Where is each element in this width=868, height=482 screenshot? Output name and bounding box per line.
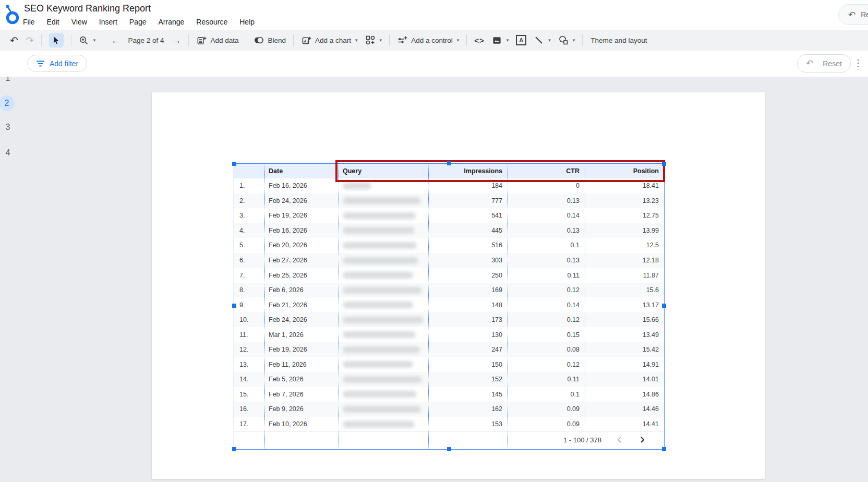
add-control-icon (397, 35, 407, 45)
menu-arrange[interactable]: Arrange (159, 17, 185, 27)
ctr-cell: 0.14 (508, 208, 585, 223)
resize-handle-top-center[interactable] (447, 161, 451, 165)
menu-page[interactable]: Page (129, 17, 147, 27)
position-cell: 12.18 (585, 253, 664, 268)
theme-and-layout-button[interactable]: Theme and layout (590, 37, 647, 44)
previous-page-button[interactable]: ← (107, 34, 124, 47)
query-cell (339, 417, 428, 432)
menu-view[interactable]: View (71, 17, 87, 27)
page-indicator[interactable]: Page 2 of 4 (124, 35, 167, 46)
toolbar-divider (188, 34, 189, 46)
row-index-cell: 8. (234, 283, 264, 298)
table-row: 6. Feb 27, 2026 303 0.13 12.18 (234, 253, 664, 268)
add-control-button[interactable]: Add a control ▾ (393, 33, 463, 47)
community-visualizations-button[interactable]: ▾ (361, 33, 386, 47)
ctr-cell: 0.13 (508, 253, 585, 268)
query-cell (339, 342, 428, 357)
menu-file[interactable]: File (23, 17, 35, 27)
select-tool-button[interactable] (45, 31, 67, 49)
resize-handle-mid-left[interactable] (232, 304, 236, 308)
insert-text-button[interactable]: A (512, 33, 530, 47)
position-cell: 15.42 (585, 342, 664, 357)
table-row: 13. Feb 11, 2026 150 0.12 14.91 (234, 357, 664, 372)
blend-button[interactable]: Blend (250, 33, 290, 47)
next-page-button[interactable]: → (167, 34, 185, 47)
page-rail-item-4[interactable]: 4 (0, 148, 16, 158)
redacted-query-value (343, 346, 420, 353)
menu-edit[interactable]: Edit (47, 17, 59, 27)
impressions-header: Impressions (428, 164, 508, 178)
date-cell: Feb 11, 2026 (264, 357, 339, 372)
filter-icon (36, 60, 45, 67)
date-cell: Feb 19, 2026 (264, 342, 339, 357)
reset-button[interactable]: ↶ Reset (797, 54, 851, 73)
impressions-cell: 516 (428, 238, 508, 253)
shape-icon (558, 35, 569, 45)
add-data-label: Add data (210, 37, 238, 44)
impressions-cell: 541 (428, 208, 508, 223)
add-data-button[interactable]: Add data (192, 33, 242, 47)
prev-rows-icon[interactable] (615, 436, 623, 444)
pagination-range: 1 - 100 / 378 (563, 436, 601, 444)
toolbar-divider (389, 34, 390, 46)
insert-line-button[interactable]: ▾ (530, 33, 554, 47)
header-reset-button[interactable]: ↶ Reset (838, 4, 868, 25)
insert-image-button[interactable]: ▾ (488, 33, 513, 47)
page-rail-item-2-active[interactable]: 2 (0, 95, 15, 111)
chevron-down-icon: ▾ (93, 38, 96, 43)
impressions-cell: 250 (428, 268, 508, 283)
position-cell: 12.75 (585, 208, 664, 223)
page-rail-item-3[interactable]: 3 (0, 123, 16, 132)
arrow-left-icon: ← (111, 35, 120, 45)
more-options-kebab-icon[interactable]: ⋮ (853, 57, 863, 69)
embed-button[interactable]: <> (471, 34, 488, 46)
resize-handle-top-left[interactable] (232, 162, 236, 166)
impressions-cell: 303 (428, 253, 508, 268)
table-row: 16. Feb 9, 2026 162 0.09 14.46 (234, 402, 664, 417)
redacted-query-value (343, 287, 422, 294)
redacted-query-value (343, 227, 415, 234)
next-rows-icon[interactable] (638, 436, 646, 444)
row-index-cell: 1. (234, 178, 264, 194)
table-row: 17. Feb 10, 2026 153 0.09 14.41 (234, 417, 664, 432)
position-cell: 14.46 (585, 402, 664, 417)
menu-help[interactable]: Help (239, 17, 255, 27)
query-header: Query (339, 164, 428, 178)
impressions-cell: 173 (428, 312, 508, 328)
menu-insert[interactable]: Insert (99, 17, 117, 27)
report-title[interactable]: SEO Keyword Ranking Report (24, 3, 151, 14)
position-cell: 14.91 (585, 357, 664, 372)
query-cell (339, 283, 428, 298)
blend-label: Blend (268, 37, 286, 44)
resize-handle-top-right[interactable] (662, 162, 666, 166)
insert-shape-button[interactable]: ▾ (554, 33, 579, 47)
resize-handle-bottom-left[interactable] (232, 447, 236, 451)
undo-button[interactable]: ↶ (6, 34, 22, 47)
resize-handle-mid-right[interactable] (662, 304, 666, 308)
report-canvas[interactable]: Date Query Impressions CTR Position 1. F… (152, 92, 765, 479)
zoom-tool-button[interactable]: ▾ (75, 33, 100, 47)
position-cell: 14.01 (585, 372, 664, 387)
add-chart-button[interactable]: Add a chart ▾ (297, 33, 361, 47)
toolbar-divider (71, 34, 71, 46)
embed-code-icon: <> (474, 36, 485, 45)
row-index-cell: 9. (234, 297, 264, 312)
redo-button[interactable]: ↷ (22, 34, 38, 47)
ctr-header: CTR (508, 164, 585, 178)
ctr-cell: 0.11 (508, 372, 585, 387)
table-chart[interactable]: Date Query Impressions CTR Position 1. F… (234, 163, 665, 450)
menu-resource[interactable]: Resource (196, 17, 227, 27)
add-chart-icon (301, 35, 311, 45)
resize-handle-bottom-center[interactable] (447, 447, 451, 451)
add-filter-button[interactable]: Add filter (27, 55, 87, 72)
resize-handle-bottom-right[interactable] (662, 447, 666, 451)
date-cell: Feb 19, 2026 (264, 208, 339, 223)
chevron-down-icon: ▾ (380, 38, 382, 43)
redacted-query-value (343, 391, 417, 397)
row-index-cell: 4. (234, 223, 264, 238)
looker-studio-logo-icon[interactable] (4, 3, 21, 28)
ctr-cell: 0.1 (508, 387, 585, 402)
ctr-cell: 0.11 (508, 268, 585, 283)
table-row: 10. Feb 24, 2026 173 0.12 15.66 (234, 312, 664, 328)
impressions-cell: 169 (428, 283, 508, 298)
